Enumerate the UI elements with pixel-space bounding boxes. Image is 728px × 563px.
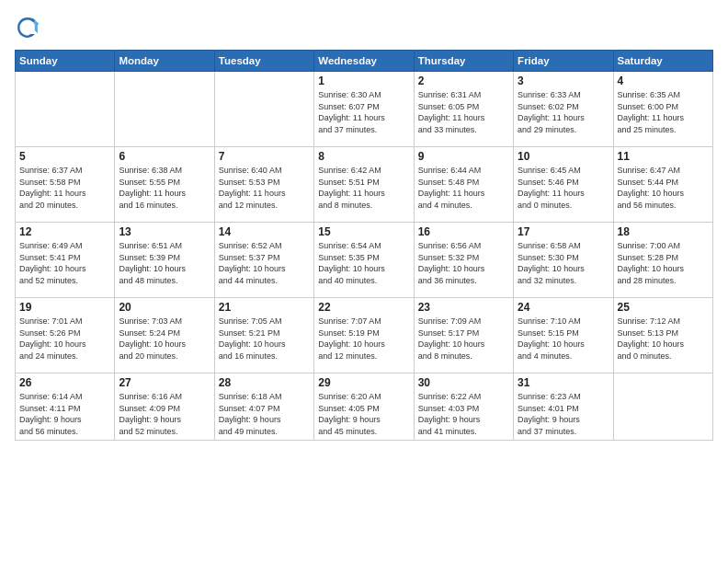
calendar-cell: 3Sunrise: 6:33 AM Sunset: 6:02 PM Daylig… xyxy=(514,72,613,147)
day-number: 19 xyxy=(19,301,110,314)
day-info: Sunrise: 7:01 AM Sunset: 5:26 PM Dayligh… xyxy=(19,316,110,362)
calendar-cell: 10Sunrise: 6:45 AM Sunset: 5:46 PM Dayli… xyxy=(514,147,613,223)
day-number: 13 xyxy=(119,225,210,238)
day-number: 11 xyxy=(618,150,709,163)
day-info: Sunrise: 6:38 AM Sunset: 5:55 PM Dayligh… xyxy=(119,165,210,211)
day-number: 4 xyxy=(618,75,709,87)
weekday-header-row: SundayMondayTuesdayWednesdayThursdayFrid… xyxy=(16,51,713,72)
calendar-cell: 30Sunrise: 6:22 AM Sunset: 4:03 PM Dayli… xyxy=(414,373,513,441)
calendar-cell: 7Sunrise: 6:40 AM Sunset: 5:53 PM Daylig… xyxy=(214,147,313,223)
day-info: Sunrise: 6:54 AM Sunset: 5:35 PM Dayligh… xyxy=(318,240,409,286)
day-info: Sunrise: 7:03 AM Sunset: 5:24 PM Dayligh… xyxy=(119,316,210,362)
day-info: Sunrise: 6:37 AM Sunset: 5:58 PM Dayligh… xyxy=(19,165,110,211)
calendar-cell: 6Sunrise: 6:38 AM Sunset: 5:55 PM Daylig… xyxy=(115,147,214,223)
calendar-cell: 14Sunrise: 6:52 AM Sunset: 5:37 PM Dayli… xyxy=(214,223,313,298)
day-number: 3 xyxy=(518,75,609,87)
day-number: 1 xyxy=(318,75,409,87)
calendar-week-2: 12Sunrise: 6:49 AM Sunset: 5:41 PM Dayli… xyxy=(16,223,713,298)
day-number: 2 xyxy=(418,75,509,87)
day-number: 15 xyxy=(318,225,409,238)
day-info: Sunrise: 6:14 AM Sunset: 4:11 PM Dayligh… xyxy=(19,391,110,437)
calendar-week-3: 19Sunrise: 7:01 AM Sunset: 5:26 PM Dayli… xyxy=(16,298,713,373)
header xyxy=(15,15,713,40)
day-info: Sunrise: 7:10 AM Sunset: 5:15 PM Dayligh… xyxy=(518,316,609,362)
day-number: 30 xyxy=(418,376,509,389)
calendar-cell: 25Sunrise: 7:12 AM Sunset: 5:13 PM Dayli… xyxy=(613,298,712,373)
day-number: 20 xyxy=(119,301,210,314)
day-info: Sunrise: 7:05 AM Sunset: 5:21 PM Dayligh… xyxy=(219,316,310,362)
weekday-header-sunday: Sunday xyxy=(16,51,115,72)
calendar-cell: 15Sunrise: 6:54 AM Sunset: 5:35 PM Dayli… xyxy=(314,223,414,298)
day-number: 29 xyxy=(318,376,409,389)
weekday-header-saturday: Saturday xyxy=(613,51,712,72)
day-info: Sunrise: 6:30 AM Sunset: 6:07 PM Dayligh… xyxy=(318,89,409,135)
day-number: 17 xyxy=(518,225,609,238)
day-info: Sunrise: 6:35 AM Sunset: 6:00 PM Dayligh… xyxy=(618,89,709,135)
day-info: Sunrise: 6:23 AM Sunset: 4:01 PM Dayligh… xyxy=(518,391,609,437)
day-info: Sunrise: 6:44 AM Sunset: 5:48 PM Dayligh… xyxy=(418,165,509,211)
day-info: Sunrise: 6:47 AM Sunset: 5:44 PM Dayligh… xyxy=(618,165,709,211)
calendar-cell: 24Sunrise: 7:10 AM Sunset: 5:15 PM Dayli… xyxy=(514,298,613,373)
weekday-header-monday: Monday xyxy=(115,51,214,72)
day-info: Sunrise: 6:52 AM Sunset: 5:37 PM Dayligh… xyxy=(219,240,310,286)
day-info: Sunrise: 6:22 AM Sunset: 4:03 PM Dayligh… xyxy=(418,391,509,437)
day-number: 7 xyxy=(219,150,310,163)
day-number: 16 xyxy=(418,225,509,238)
day-number: 23 xyxy=(418,301,509,314)
calendar-cell: 9Sunrise: 6:44 AM Sunset: 5:48 PM Daylig… xyxy=(414,147,513,223)
logo xyxy=(15,15,44,40)
calendar-cell: 4Sunrise: 6:35 AM Sunset: 6:00 PM Daylig… xyxy=(613,72,712,147)
day-number: 10 xyxy=(518,150,609,163)
day-info: Sunrise: 6:40 AM Sunset: 5:53 PM Dayligh… xyxy=(219,165,310,211)
day-number: 26 xyxy=(19,376,110,389)
calendar-cell: 16Sunrise: 6:56 AM Sunset: 5:32 PM Dayli… xyxy=(414,223,513,298)
calendar-cell xyxy=(613,373,712,441)
day-number: 5 xyxy=(19,150,110,163)
calendar-cell: 5Sunrise: 6:37 AM Sunset: 5:58 PM Daylig… xyxy=(16,147,115,223)
calendar-cell: 19Sunrise: 7:01 AM Sunset: 5:26 PM Dayli… xyxy=(16,298,115,373)
calendar-cell: 22Sunrise: 7:07 AM Sunset: 5:19 PM Dayli… xyxy=(314,298,414,373)
day-info: Sunrise: 7:00 AM Sunset: 5:28 PM Dayligh… xyxy=(618,240,709,286)
day-info: Sunrise: 6:42 AM Sunset: 5:51 PM Dayligh… xyxy=(318,165,409,211)
calendar-cell xyxy=(214,72,313,147)
calendar-cell: 31Sunrise: 6:23 AM Sunset: 4:01 PM Dayli… xyxy=(514,373,613,441)
calendar-cell: 8Sunrise: 6:42 AM Sunset: 5:51 PM Daylig… xyxy=(314,147,414,223)
weekday-header-thursday: Thursday xyxy=(414,51,513,72)
day-number: 21 xyxy=(219,301,310,314)
calendar-cell: 13Sunrise: 6:51 AM Sunset: 5:39 PM Dayli… xyxy=(115,223,214,298)
calendar-cell: 20Sunrise: 7:03 AM Sunset: 5:24 PM Dayli… xyxy=(115,298,214,373)
weekday-header-wednesday: Wednesday xyxy=(314,51,414,72)
day-info: Sunrise: 6:51 AM Sunset: 5:39 PM Dayligh… xyxy=(119,240,210,286)
day-info: Sunrise: 6:31 AM Sunset: 6:05 PM Dayligh… xyxy=(418,89,509,135)
calendar-cell: 12Sunrise: 6:49 AM Sunset: 5:41 PM Dayli… xyxy=(16,223,115,298)
calendar-week-4: 26Sunrise: 6:14 AM Sunset: 4:11 PM Dayli… xyxy=(16,373,713,441)
calendar-table: SundayMondayTuesdayWednesdayThursdayFrid… xyxy=(15,50,713,441)
day-info: Sunrise: 7:07 AM Sunset: 5:19 PM Dayligh… xyxy=(318,316,409,362)
day-number: 12 xyxy=(19,225,110,238)
day-info: Sunrise: 6:16 AM Sunset: 4:09 PM Dayligh… xyxy=(119,391,210,437)
calendar-cell: 29Sunrise: 6:20 AM Sunset: 4:05 PM Dayli… xyxy=(314,373,414,441)
calendar-week-1: 5Sunrise: 6:37 AM Sunset: 5:58 PM Daylig… xyxy=(16,147,713,223)
calendar-cell: 17Sunrise: 6:58 AM Sunset: 5:30 PM Dayli… xyxy=(514,223,613,298)
day-info: Sunrise: 7:12 AM Sunset: 5:13 PM Dayligh… xyxy=(618,316,709,362)
calendar-cell: 23Sunrise: 7:09 AM Sunset: 5:17 PM Dayli… xyxy=(414,298,513,373)
day-number: 18 xyxy=(618,225,709,238)
day-info: Sunrise: 6:20 AM Sunset: 4:05 PM Dayligh… xyxy=(318,391,409,437)
calendar-cell: 28Sunrise: 6:18 AM Sunset: 4:07 PM Dayli… xyxy=(214,373,313,441)
weekday-header-friday: Friday xyxy=(514,51,613,72)
day-info: Sunrise: 6:56 AM Sunset: 5:32 PM Dayligh… xyxy=(418,240,509,286)
day-info: Sunrise: 7:09 AM Sunset: 5:17 PM Dayligh… xyxy=(418,316,509,362)
day-number: 25 xyxy=(618,301,709,314)
logo-icon xyxy=(15,15,40,40)
calendar-cell: 21Sunrise: 7:05 AM Sunset: 5:21 PM Dayli… xyxy=(214,298,313,373)
calendar-week-0: 1Sunrise: 6:30 AM Sunset: 6:07 PM Daylig… xyxy=(16,72,713,147)
calendar-cell: 27Sunrise: 6:16 AM Sunset: 4:09 PM Dayli… xyxy=(115,373,214,441)
calendar-cell: 18Sunrise: 7:00 AM Sunset: 5:28 PM Dayli… xyxy=(613,223,712,298)
day-number: 9 xyxy=(418,150,509,163)
day-info: Sunrise: 6:49 AM Sunset: 5:41 PM Dayligh… xyxy=(19,240,110,286)
day-number: 28 xyxy=(219,376,310,389)
weekday-header-tuesday: Tuesday xyxy=(214,51,313,72)
calendar-cell: 11Sunrise: 6:47 AM Sunset: 5:44 PM Dayli… xyxy=(613,147,712,223)
day-number: 24 xyxy=(518,301,609,314)
calendar-cell xyxy=(115,72,214,147)
